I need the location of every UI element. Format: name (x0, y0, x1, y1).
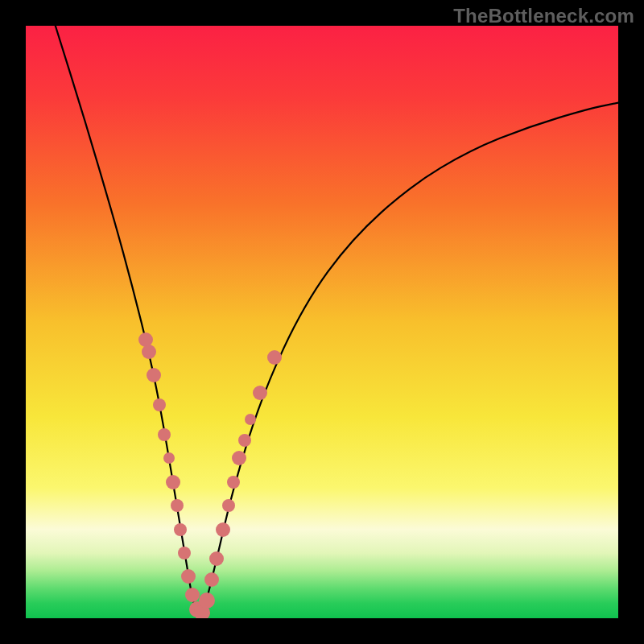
plot-area (26, 26, 618, 618)
bottleneck-curve (26, 26, 618, 618)
chart-stage: TheBottleneck.com (0, 0, 644, 644)
watermark-text: TheBottleneck.com (453, 5, 634, 27)
